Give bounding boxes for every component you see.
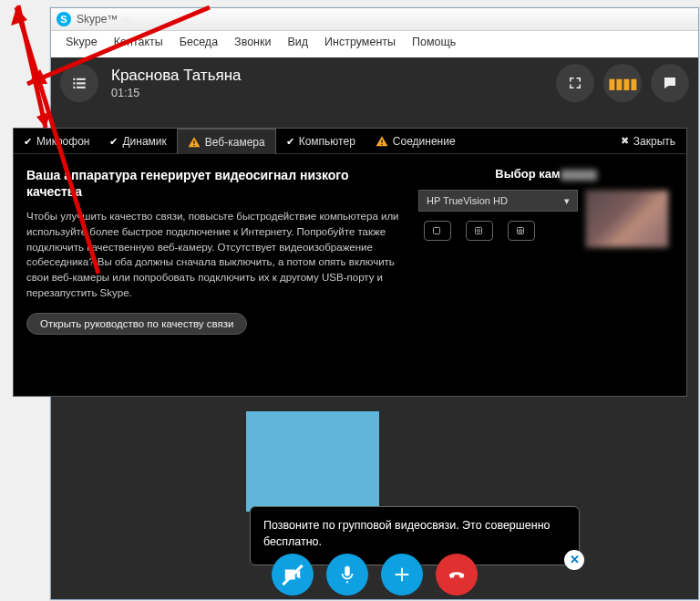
camera-section-title: Выбор кам — [418, 167, 674, 181]
camera-option-button-3[interactable] — [508, 221, 535, 241]
self-video-placeholder — [246, 411, 379, 512]
warning-icon — [376, 135, 388, 148]
check-icon — [286, 135, 294, 148]
diag-tab-camera-label: Веб-камера — [205, 136, 265, 149]
open-quality-guide-button[interactable]: Открыть руководство по качеству связи — [26, 313, 247, 335]
svg-rect-10 — [434, 228, 440, 234]
diag-close-label: Закрыть — [633, 135, 675, 148]
diag-tab-connection[interactable]: Соединение — [365, 129, 466, 153]
camera-option-button-2[interactable] — [466, 221, 493, 241]
camera-select[interactable]: HP TrueVision HD ▾ — [418, 190, 578, 212]
camera-option-button-1[interactable] — [424, 221, 451, 241]
diag-tab-computer-label: Компьютер — [299, 135, 355, 148]
menu-tools[interactable]: Инструменты — [317, 34, 403, 50]
svg-rect-9 — [381, 143, 382, 144]
signal-icon: ▮▮▮▮ — [608, 75, 637, 92]
svg-rect-8 — [381, 140, 382, 143]
svg-point-12 — [478, 230, 480, 233]
add-participant-button[interactable] — [381, 554, 423, 596]
diag-tab-connection-label: Соединение — [393, 135, 456, 148]
diag-tab-computer[interactable]: Компьютер — [276, 129, 365, 153]
diag-tab-camera[interactable]: Веб-камера — [177, 129, 276, 154]
camera-select-value: HP TrueVision HD — [427, 195, 508, 206]
svg-rect-7 — [193, 144, 194, 145]
svg-rect-11 — [476, 228, 482, 234]
call-quality-button[interactable]: ▮▮▮▮ — [603, 64, 642, 102]
menu-help[interactable]: Помощь — [405, 34, 463, 50]
annotation-arrow — [0, 0, 118, 295]
mic-toggle-button[interactable] — [326, 554, 368, 596]
tooltip-text: Позвоните по групповой видеосвязи. Это с… — [263, 519, 551, 548]
chevron-down-icon: ▾ — [564, 195, 570, 207]
diag-tab-speaker-label: Динамик — [122, 135, 166, 148]
menu-view[interactable]: Вид — [280, 34, 315, 50]
menu-calls[interactable]: Звонки — [227, 34, 278, 50]
hangup-button[interactable] — [436, 554, 478, 596]
camera-toggle-button[interactable] — [272, 554, 314, 596]
warning-icon — [188, 136, 201, 149]
svg-rect-6 — [193, 140, 194, 144]
diag-close-button[interactable]: Закрыть — [610, 129, 686, 153]
call-controls — [51, 554, 698, 596]
chat-button[interactable] — [651, 64, 689, 102]
camera-preview — [585, 190, 669, 248]
diag-right: Выбор кам HP TrueVision HD ▾ — [418, 167, 674, 335]
fullscreen-button[interactable] — [556, 64, 594, 102]
